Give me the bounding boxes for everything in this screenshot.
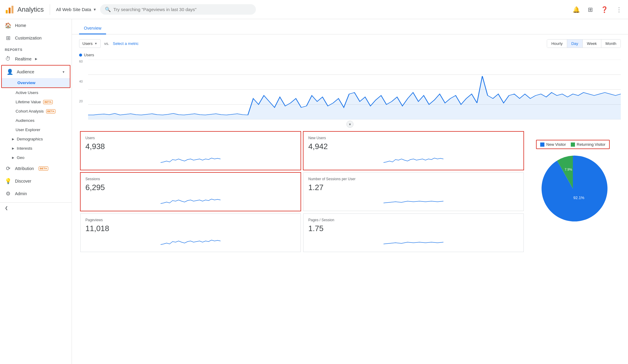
reports-section-label: REPORTS [0, 44, 72, 53]
sidebar-collapse-button[interactable]: ❮ [0, 202, 72, 213]
sidebar-sub-item-user-explorer[interactable]: User Explorer [0, 125, 72, 134]
main-grid: Users 4,938 New Users 4,942 [79, 130, 621, 253]
users-legend-label: Users [84, 53, 94, 57]
app-body: 🏠 Home ⊞ Customization REPORTS ⏱ Realtim… [0, 19, 628, 364]
search-input[interactable] [113, 7, 251, 12]
metric-label-users: Users [85, 136, 296, 140]
topbar-actions: 🔔 ⊞ ❓ ⋮ [571, 5, 623, 14]
sidebar-sub-item-active-users[interactable]: Active Users [0, 88, 72, 97]
metric-value-pages-per-session: 1.75 [308, 224, 519, 233]
sidebar-sub-item-geo[interactable]: ▶ Geo [0, 153, 72, 162]
metric-label-sessions-per-user: Number of Sessions per User [308, 177, 519, 181]
metric-card-sessions-per-user: Number of Sessions per User 1.27 [303, 172, 524, 211]
logo: Analytics [5, 5, 44, 14]
new-visitor-color-box [540, 142, 544, 147]
metric-dropdown[interactable]: Users ▼ [79, 39, 101, 48]
metric-value-new-users: 4,942 [308, 142, 519, 151]
discover-icon: 💡 [5, 178, 11, 184]
metric-label-sessions: Sessions [85, 177, 296, 181]
help-button[interactable]: ❓ [600, 5, 609, 14]
chart-section: Users ▼ vs. Select a metric Hourly Day W… [72, 34, 628, 258]
chart-legend: Users [79, 53, 621, 57]
chart-area [88, 60, 621, 119]
svg-rect-1 [9, 7, 10, 13]
metric-card-sessions: Sessions 6,295 [80, 172, 301, 211]
tab-overview[interactable]: Overview [79, 23, 106, 34]
metric-label-new-users: New Users [308, 136, 519, 140]
sidebar-item-realtime[interactable]: ⏱ Realtime ▶ [0, 53, 72, 65]
cohort-analysis-beta-badge: BETA [46, 109, 56, 113]
metric-label-pageviews: Pageviews [85, 218, 296, 222]
sparkline-new-users [308, 154, 519, 164]
time-button-hourly[interactable]: Hourly [547, 40, 567, 48]
sidebar-sub-item-cohort-analysis[interactable]: Cohort Analysis BETA [0, 107, 72, 116]
audience-section: 👤 Audience ▼ Overview [1, 65, 70, 88]
content-header: Overview [72, 19, 628, 34]
new-visitor-slice [542, 156, 608, 222]
new-visitor-pct-label: 92.1% [573, 195, 585, 200]
sidebar-item-admin[interactable]: ⚙ Admin [0, 187, 72, 200]
sidebar-sub-item-interests[interactable]: ▶ Interests [0, 144, 72, 153]
returning-visitor-pct-label: 7.9% [564, 168, 572, 171]
metric-card-pageviews: Pageviews 11,018 [80, 213, 301, 252]
sparkline-users [85, 154, 296, 164]
vs-label: vs. [104, 41, 109, 46]
home-icon: 🏠 [5, 22, 11, 29]
users-legend-dot [79, 54, 82, 57]
metric-dropdown-arrow: ▼ [94, 42, 97, 45]
sparkline-pageviews [85, 236, 296, 246]
search-bar[interactable]: 🔍 [100, 4, 256, 15]
metrics-row-2: Sessions 6,295 Number of Sessions per Us… [79, 171, 525, 212]
sidebar-item-audience[interactable]: 👤 Audience ▼ [2, 66, 70, 78]
topbar-divider [50, 4, 50, 15]
metric-value-sessions: 6,295 [85, 183, 296, 192]
sidebar-sub-item-overview[interactable]: Overview [2, 78, 70, 87]
demographics-expand-icon: ▶ [12, 137, 14, 141]
pie-chart-svg: 92.1% 7.9% [537, 153, 609, 225]
admin-icon: ⚙ [5, 190, 11, 197]
metric-value-pageviews: 11,018 [85, 224, 296, 233]
topbar: Analytics All Web Site Data ▼ 🔍 🔔 ⊞ ❓ ⋮ [0, 0, 628, 19]
analytics-logo-icon [5, 5, 14, 14]
sidebar-sub-item-audiences[interactable]: Audiences [0, 116, 72, 125]
sparkline-sessions [85, 195, 296, 205]
realtime-expand-icon: ▶ [35, 57, 37, 60]
y-label-20: 20 [79, 99, 86, 103]
search-icon: 🔍 [105, 7, 111, 12]
realtime-icon: ⏱ [5, 56, 11, 62]
metrics-row-1: Users 4,938 New Users 4,942 [79, 130, 525, 171]
sparkline-pages-per-session [308, 236, 519, 246]
y-label-40: 40 [79, 80, 86, 83]
audience-icon: 👤 [7, 69, 13, 75]
pie-legend-new-visitor: New Visitor [540, 142, 566, 147]
customization-icon: ⊞ [5, 35, 11, 41]
sidebar-item-discover[interactable]: 💡 Discover [0, 175, 72, 187]
sparkline-sessions-per-user [308, 195, 519, 205]
svg-rect-2 [11, 6, 13, 13]
more-options-button[interactable]: ⋮ [615, 5, 623, 14]
notifications-button[interactable]: 🔔 [571, 5, 581, 14]
metrics-row-3: Pageviews 11,018 Pages / Session 1.75 [79, 212, 525, 253]
svg-rect-0 [6, 10, 7, 13]
time-button-day[interactable]: Day [567, 40, 583, 48]
sidebar-sub-item-demographics[interactable]: ▶ Demographics [0, 134, 72, 144]
time-button-month[interactable]: Month [601, 40, 621, 48]
time-button-week[interactable]: Week [583, 40, 601, 48]
apps-button[interactable]: ⊞ [587, 5, 594, 14]
metric-card-pages-per-session: Pages / Session 1.75 [303, 213, 524, 252]
account-dropdown-arrow: ▼ [93, 7, 96, 12]
sidebar-sub-item-lifetime-value[interactable]: Lifetime Value BETA [0, 97, 72, 107]
geo-expand-icon: ▶ [12, 156, 14, 159]
pie-column: New Visitor Returning Visitor [525, 130, 621, 253]
select-metric-link[interactable]: Select a metric [113, 41, 138, 46]
interests-expand-icon: ▶ [12, 147, 14, 150]
sidebar-item-attribution[interactable]: ⟳ Attribution BETA [0, 162, 72, 175]
chart-expand-button[interactable]: ▼ [346, 121, 354, 128]
metric-label-pages-per-session: Pages / Session [308, 218, 519, 222]
metrics-column: Users 4,938 New Users 4,942 [79, 130, 525, 253]
tab-bar: Overview [79, 23, 621, 34]
account-selector[interactable]: All Web Site Data ▼ [56, 7, 96, 12]
sidebar-item-home[interactable]: 🏠 Home [0, 19, 72, 32]
sidebar-item-customization[interactable]: ⊞ Customization [0, 32, 72, 44]
main-content: Overview Users ▼ vs. Select a metric Hou… [72, 19, 628, 364]
